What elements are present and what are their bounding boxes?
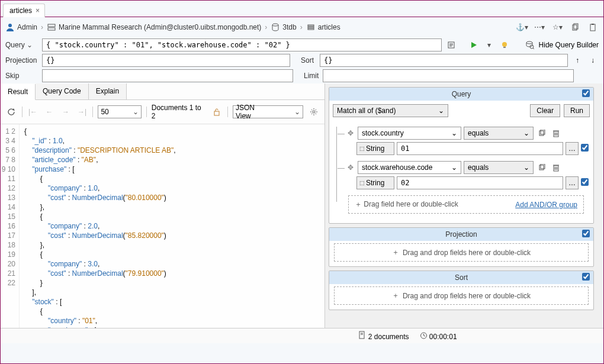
breadcrumb-connection[interactable]: Marine Mammal Research (Admin@cluster0.u… bbox=[59, 23, 261, 31]
bulb-icon[interactable] bbox=[499, 39, 510, 51]
copy-icon[interactable] bbox=[569, 21, 581, 33]
user-icon bbox=[5, 22, 15, 32]
grip-icon[interactable]: ✥ bbox=[346, 163, 355, 172]
sort-input[interactable] bbox=[320, 54, 568, 67]
delete-icon[interactable] bbox=[550, 127, 562, 139]
tab-explain[interactable]: Explain bbox=[89, 83, 127, 99]
query-builder-panel: Query Match all of ($and)⌄ Clear Run ✥ s… bbox=[329, 87, 594, 224]
tab-query-code[interactable]: Query Code bbox=[36, 83, 89, 99]
svg-rect-6 bbox=[308, 28, 314, 30]
svg-line-43 bbox=[423, 336, 425, 336]
doc-count-status: 2 documents bbox=[359, 331, 409, 341]
close-icon[interactable]: × bbox=[36, 7, 40, 15]
run-button[interactable]: Run bbox=[564, 104, 590, 117]
hide-builder-button[interactable]: Hide Query Builder bbox=[539, 41, 599, 49]
star-icon[interactable]: ☆▾ bbox=[551, 21, 563, 33]
run-dropdown-icon[interactable]: ▾ bbox=[483, 39, 495, 51]
tab-bar: articles × bbox=[1, 1, 603, 17]
paste-icon[interactable] bbox=[587, 21, 599, 33]
more-icon[interactable]: ⋯▾ bbox=[534, 21, 545, 33]
duplicate-icon[interactable] bbox=[536, 127, 548, 139]
plus-icon: ＋ bbox=[392, 247, 399, 257]
operator-select[interactable]: equals⌄ bbox=[464, 161, 534, 174]
breadcrumb-user[interactable]: Admin bbox=[17, 23, 37, 31]
doc-range-label: Documents 1 to 2 bbox=[152, 104, 207, 120]
projection-drop[interactable]: ＋Drag and drop fields here or double-cli… bbox=[334, 243, 589, 262]
last-page-icon[interactable]: →| bbox=[76, 106, 88, 118]
result-toolbar: |← ← → →| 50⌄ Documents 1 to 2 JSON View… bbox=[1, 100, 325, 124]
svg-rect-17 bbox=[503, 47, 506, 48]
delete-icon[interactable] bbox=[550, 162, 562, 173]
tab-articles[interactable]: articles × bbox=[3, 4, 45, 17]
operator-select[interactable]: equals⌄ bbox=[464, 127, 534, 140]
page-size-select[interactable]: 50⌄ bbox=[98, 105, 141, 118]
scrollbar[interactable] bbox=[596, 83, 603, 328]
breadcrumb-tools: ⚓▾ ⋯▾ ☆▾ bbox=[516, 21, 599, 33]
svg-point-0 bbox=[8, 24, 12, 27]
code-area[interactable]: { "_id" : 1.0, "description" : "DESCRIPT… bbox=[20, 124, 325, 328]
type-select[interactable]: ⬚String bbox=[356, 176, 394, 189]
query-input[interactable] bbox=[42, 38, 442, 51]
type-select[interactable]: ⬚String bbox=[356, 142, 394, 155]
query-panel-toggle[interactable] bbox=[582, 89, 590, 99]
collection-icon bbox=[306, 22, 316, 32]
anchor-icon[interactable]: ⚓▾ bbox=[516, 21, 528, 33]
svg-rect-10 bbox=[592, 24, 594, 25]
server-icon bbox=[47, 22, 56, 32]
value-enabled-toggle[interactable] bbox=[581, 144, 589, 153]
json-result[interactable]: 1 2 3 4 5 6 7 8 9 10 11 12 13 14 15 16 1… bbox=[1, 124, 325, 328]
sort-panel-toggle[interactable] bbox=[582, 273, 590, 282]
match-mode-select[interactable]: Match all of ($and)⌄ bbox=[333, 104, 448, 117]
value-input[interactable] bbox=[397, 142, 563, 155]
svg-point-23 bbox=[313, 111, 315, 113]
refresh-icon[interactable] bbox=[5, 106, 17, 118]
clear-button[interactable]: Clear bbox=[530, 104, 560, 117]
svg-rect-5 bbox=[308, 27, 314, 28]
svg-rect-2 bbox=[48, 28, 55, 30]
duplicate-icon[interactable] bbox=[536, 162, 548, 173]
condition-row: ✥ stock.warehouse.code⌄ equals⌄ ⬚String … bbox=[346, 161, 589, 189]
svg-rect-32 bbox=[541, 164, 545, 169]
value-enabled-toggle[interactable] bbox=[581, 178, 589, 188]
run-icon[interactable] bbox=[468, 39, 480, 51]
lock-icon[interactable] bbox=[211, 106, 223, 118]
svg-point-18 bbox=[526, 41, 532, 44]
svg-rect-25 bbox=[541, 130, 545, 134]
value-browse-button[interactable]: … bbox=[566, 176, 579, 189]
field-select[interactable]: stock.warehouse.code⌄ bbox=[358, 161, 461, 174]
value-input[interactable] bbox=[397, 176, 563, 189]
sort-drop[interactable]: ＋Drag and drop fields here or double-cli… bbox=[334, 286, 589, 305]
limit-label: Limit bbox=[304, 72, 319, 80]
next-page-icon[interactable]: → bbox=[60, 106, 72, 118]
view-mode-select[interactable]: JSON View⌄ bbox=[233, 105, 303, 118]
breadcrumb: Admin › Marine Mammal Research (Admin@cl… bbox=[1, 17, 603, 37]
projection-panel-toggle[interactable] bbox=[582, 230, 590, 239]
grip-icon[interactable]: ✥ bbox=[346, 129, 355, 137]
query-options-icon[interactable] bbox=[445, 39, 457, 51]
plus-icon: ＋ bbox=[392, 291, 399, 301]
projection-panel: Projection ＋Drag and drop fields here or… bbox=[329, 227, 594, 267]
add-condition-drop[interactable]: ＋ Drag field here or double-click Add AN… bbox=[348, 195, 584, 214]
svg-rect-22 bbox=[214, 111, 219, 115]
breadcrumb-db[interactable]: 3tdb bbox=[282, 23, 296, 31]
svg-rect-24 bbox=[539, 131, 544, 136]
field-select[interactable]: stock.country⌄ bbox=[358, 127, 461, 140]
tab-result[interactable]: Result bbox=[1, 84, 36, 100]
svg-rect-7 bbox=[573, 25, 577, 30]
sort-desc-icon[interactable]: ↓ bbox=[587, 54, 599, 66]
query-panel-header: Query bbox=[329, 88, 593, 101]
breadcrumb-collection[interactable]: articles bbox=[318, 23, 340, 31]
first-page-icon[interactable]: |← bbox=[27, 106, 39, 118]
query-label: Query ⌄ bbox=[5, 41, 38, 49]
skip-input[interactable] bbox=[42, 69, 293, 82]
sort-asc-icon[interactable]: ↑ bbox=[571, 54, 583, 66]
value-browse-button[interactable]: … bbox=[566, 142, 579, 155]
add-group-link[interactable]: Add AND/OR group bbox=[515, 201, 577, 209]
builder-icon[interactable] bbox=[523, 39, 535, 51]
limit-input[interactable] bbox=[323, 69, 574, 82]
prev-page-icon[interactable]: ← bbox=[43, 106, 55, 118]
gear-icon[interactable] bbox=[308, 106, 320, 118]
svg-rect-9 bbox=[590, 24, 595, 31]
projection-input[interactable] bbox=[42, 54, 290, 67]
elapsed-time-status: 00:00:01 bbox=[420, 331, 457, 341]
